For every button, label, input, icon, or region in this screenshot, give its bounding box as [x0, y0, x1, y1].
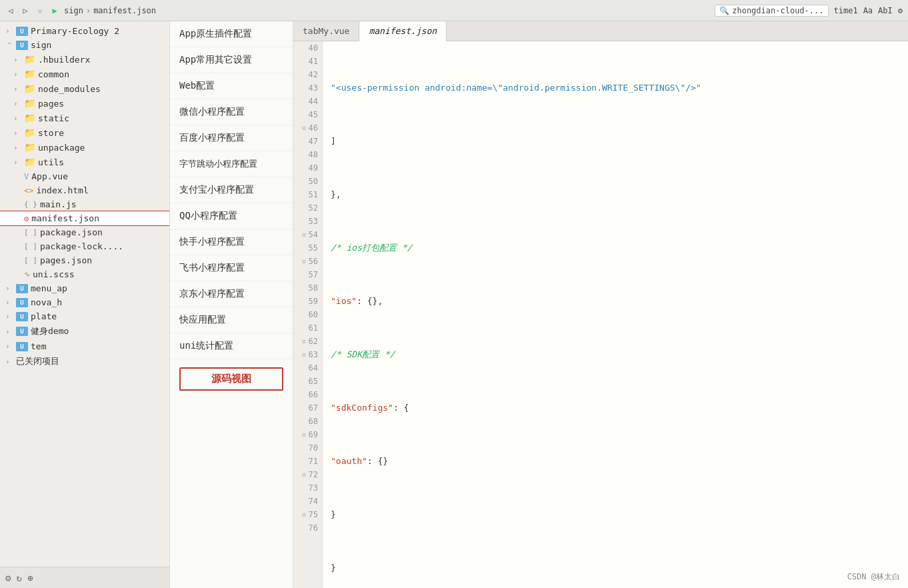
json-icon: [ ] — [24, 228, 37, 237]
settings-icon[interactable]: ⚙ — [898, 6, 903, 15]
tree-item-label: uni.scss — [33, 269, 75, 279]
config-panel: App原生插件配置 App常用其它设置 Web配置 微信小程序配置 百度小程序配… — [170, 21, 293, 588]
collapse-icon: › — [13, 99, 21, 108]
config-item-web[interactable]: Web配置 — [170, 73, 293, 99]
tree-item-label: main.js — [40, 199, 77, 209]
sidebar-item-store[interactable]: › 📁 store — [0, 125, 169, 140]
tree-item-label: common — [38, 69, 69, 79]
vue-icon: V — [24, 172, 29, 181]
sidebar-item-plate[interactable]: › U plate — [0, 309, 169, 323]
sidebar-item-uni-scss[interactable]: ∿ uni.scss — [0, 267, 169, 281]
config-item-native-plugin[interactable]: App原生插件配置 — [170, 21, 293, 47]
main-layout: › U Primary-Ecology 2 › U sign › 📁 .hbui… — [0, 21, 908, 588]
collapse-icon: › — [13, 70, 21, 79]
file-tree: › U Primary-Ecology 2 › U sign › 📁 .hbui… — [0, 21, 169, 567]
line-44: 44 — [297, 95, 318, 108]
config-item-baidu[interactable]: 百度小程序配置 — [170, 125, 293, 151]
sidebar-item-pages[interactable]: › 📁 pages — [0, 96, 169, 111]
tab-manifest-json[interactable]: manifest.json — [359, 21, 447, 41]
sidebar-item-nova-h[interactable]: › U nova_h — [0, 295, 169, 309]
bookmark-icon[interactable]: ☆ — [35, 5, 45, 16]
run-icon[interactable]: ▶ — [49, 5, 60, 16]
link-icon[interactable]: ⊕ — [27, 573, 33, 583]
config-item-bytedance[interactable]: 字节跳动小程序配置 — [170, 151, 293, 177]
sidebar-item-common[interactable]: › 📁 common — [0, 67, 169, 81]
sidebar-item-hbuilderx[interactable]: › 📁 .hbuilderx — [0, 52, 169, 67]
line-49: 49 — [297, 161, 318, 175]
sidebar-item-node-modules[interactable]: › 📁 node_modules — [0, 81, 169, 96]
code-line-43: /* ios打包配置 */ — [331, 241, 900, 255]
sidebar-item-sign[interactable]: › U sign — [0, 38, 169, 52]
collapse-icon: › — [13, 55, 21, 64]
config-item-weixin[interactable]: 微信小程序配置 — [170, 99, 293, 125]
line-42: 42 — [297, 68, 318, 81]
config-item-other[interactable]: App常用其它设置 — [170, 47, 293, 73]
sync-icon[interactable]: ↻ — [16, 573, 21, 583]
sidebar-item-unpackage[interactable]: › 📁 unpackage — [0, 140, 169, 155]
config-item-alipay[interactable]: 支付宝小程序配置 — [170, 177, 293, 203]
sidebar-item-static[interactable]: › 📁 static — [0, 111, 169, 125]
topbar: ◁ ▷ ☆ ▶ sign › manifest.json 🔍 zhongdian… — [0, 0, 908, 21]
project-icon: U — [16, 342, 28, 351]
folder-icon: 📁 — [24, 54, 35, 65]
config-item-feishu[interactable]: 飞书小程序配置 — [170, 255, 293, 281]
sidebar-item-pages-json[interactable]: [ ] pages.json — [0, 253, 169, 267]
sidebar-item-menu-ap[interactable]: › U menu_ap — [0, 281, 169, 295]
project-icon: U — [16, 327, 28, 336]
line-63: ⊟63 — [297, 348, 318, 361]
sidebar-item-manifest-json[interactable]: ⚙ manifest.json — [0, 211, 169, 225]
sidebar-item-app-vue[interactable]: V App.vue — [0, 169, 169, 183]
scss-icon: ∿ — [24, 270, 30, 279]
nav-forward-icon[interactable]: ▷ — [20, 5, 31, 16]
source-view-button[interactable]: 源码视图 — [179, 367, 283, 391]
sidebar-item-main-js[interactable]: { } main.js — [0, 197, 169, 211]
font-label2[interactable]: AbI — [878, 6, 893, 15]
collapse-icon: › — [5, 327, 13, 336]
folder-icon: 📁 — [24, 69, 35, 79]
line-64: 64 — [297, 361, 318, 375]
folder-icon: 📁 — [24, 83, 35, 94]
tree-item-label: App.vue — [31, 171, 68, 181]
collapse-icon: › — [13, 158, 21, 167]
font-label[interactable]: Aa — [863, 6, 873, 15]
watermark: CSDN @林太白 — [847, 571, 900, 583]
config-item-quickapp[interactable]: 快应用配置 — [170, 307, 293, 333]
tree-item-label: plate — [31, 311, 57, 321]
tab-tabmy-vue[interactable]: tabMy.vue — [293, 21, 359, 41]
code-line-40: "<uses-permission android:name=\"android… — [331, 81, 900, 95]
config-item-uni-stats[interactable]: uni统计配置 — [170, 333, 293, 359]
search-bar[interactable]: 🔍 zhongdian-cloud-... — [715, 5, 828, 17]
line-40: 40 — [297, 41, 318, 55]
tree-item-label: pages.json — [40, 255, 92, 265]
sidebar-item-primary-ecology[interactable]: › U Primary-Ecology 2 — [0, 24, 169, 38]
line-51: 51 — [297, 188, 318, 201]
code-editor: 40 41 42 43 44 45 ⊟46 47 48 49 50 51 52 … — [293, 41, 908, 588]
line-75: ⊟75 — [297, 508, 318, 521]
search-value: zhongdian-cloud-... — [732, 6, 823, 15]
config-item-qq[interactable]: QQ小程序配置 — [170, 203, 293, 229]
tree-item-label: nova_h — [31, 297, 62, 307]
html-icon: <> — [24, 186, 33, 195]
line-72: ⊟72 — [297, 468, 318, 481]
folder-icon: 📁 — [24, 98, 35, 109]
line-48: 48 — [297, 148, 318, 161]
sidebar-item-package-lock[interactable]: [ ] package-lock.... — [0, 239, 169, 253]
sidebar-item-utils[interactable]: › 📁 utils — [0, 155, 169, 169]
config-item-kuaishou[interactable]: 快手小程序配置 — [170, 229, 293, 255]
sidebar-item-jianshen[interactable]: › U 健身demo — [0, 323, 169, 339]
config-item-jingdong[interactable]: 京东小程序配置 — [170, 281, 293, 307]
code-token: "oauth" — [331, 455, 367, 468]
nav-back-icon[interactable]: ◁ — [5, 5, 16, 16]
sidebar-item-index-html[interactable]: <> index.html — [0, 183, 169, 197]
sidebar-item-closed-section[interactable]: › 已关闭项目 — [0, 353, 169, 369]
expand-icon: › — [5, 41, 14, 49]
code-token: /* ios打包配置 */ — [331, 241, 412, 255]
line-50: 50 — [297, 175, 318, 188]
code-token: "ios" — [331, 295, 357, 308]
sidebar-item-tem[interactable]: › U tem — [0, 339, 169, 353]
collapse-icon: › — [13, 85, 21, 93]
settings-icon[interactable]: ⚙ — [5, 573, 11, 583]
sidebar-item-package-json[interactable]: [ ] package.json — [0, 225, 169, 239]
tree-item-label: 已关闭项目 — [16, 355, 59, 367]
folder-icon: 📁 — [24, 142, 35, 153]
